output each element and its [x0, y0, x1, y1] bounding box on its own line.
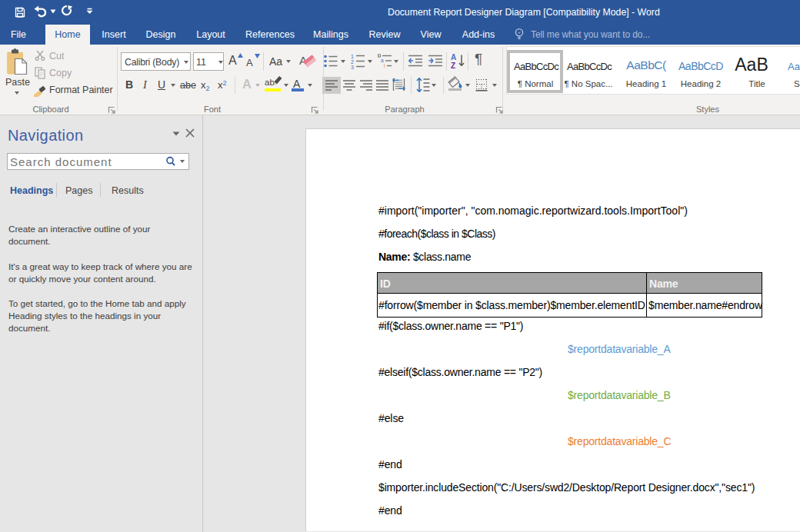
- svg-text:i: i: [384, 63, 385, 68]
- svg-text:a: a: [381, 58, 384, 63]
- svg-text:3: 3: [351, 65, 354, 70]
- svg-text:A: A: [451, 53, 456, 62]
- svg-text:1: 1: [351, 54, 354, 59]
- svg-text:Z: Z: [451, 62, 455, 70]
- svg-text:2: 2: [351, 59, 354, 65]
